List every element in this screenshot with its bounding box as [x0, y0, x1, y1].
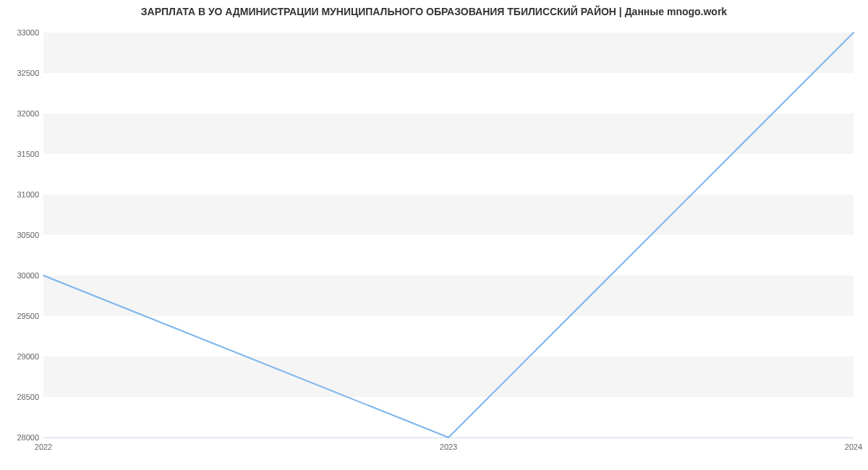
y-tick-label: 29000: [17, 352, 39, 361]
y-tick-label: 30500: [17, 231, 39, 239]
plot-area: [43, 33, 854, 437]
y-tick-label: 31500: [17, 150, 39, 158]
x-tick-label: 2023: [440, 443, 457, 451]
y-tick-label: 31000: [17, 190, 39, 199]
chart-title: ЗАРПЛАТА В УО АДМИНИСТРАЦИИ МУНИЦИПАЛЬНО…: [0, 6, 868, 17]
x-tick-label: 2024: [845, 443, 862, 451]
y-tick-label: 32500: [17, 69, 39, 77]
series-layer: [43, 33, 854, 437]
y-tick-label: 32000: [17, 109, 39, 118]
x-tick-label: 2022: [35, 443, 52, 451]
y-tick-label: 33000: [17, 28, 39, 37]
y-tick-label: 30000: [17, 271, 39, 280]
y-tick-label: 29500: [17, 312, 39, 320]
salary-series-line: [43, 33, 854, 437]
y-tick-label: 28500: [17, 393, 39, 401]
y-tick-label: 28000: [17, 433, 39, 442]
salary-line-chart: ЗАРПЛАТА В УО АДМИНИСТРАЦИИ МУНИЦИПАЛЬНО…: [0, 0, 868, 470]
